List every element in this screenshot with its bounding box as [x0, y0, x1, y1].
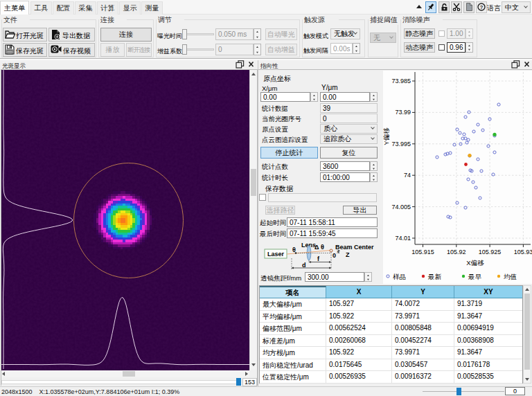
svg-text:Laser: Laser: [267, 251, 285, 258]
svg-text:105.93: 105.93: [514, 249, 532, 255]
svg-text:最新: 最新: [427, 273, 442, 280]
svg-text:73.99: 73.99: [395, 109, 411, 116]
svg-text:样品: 样品: [393, 273, 406, 280]
svg-text:73.995: 73.995: [391, 141, 411, 147]
svg-text:Y偏移: Y偏移: [383, 127, 390, 145]
svg-text:最早: 最早: [468, 273, 482, 280]
svg-text:74.01: 74.01: [395, 235, 411, 242]
svg-text:X: X: [337, 250, 339, 254]
svg-text:X偏移: X偏移: [466, 259, 484, 267]
svg-text:均值: 均值: [504, 273, 517, 280]
svg-text:0: 0: [332, 252, 336, 259]
svg-text:Δ θ: Δ θ: [314, 244, 324, 251]
svg-text:Z: Z: [346, 251, 350, 258]
svg-text:105.925: 105.925: [479, 249, 502, 255]
svg-text:f: f: [317, 255, 320, 262]
svg-text:105.915: 105.915: [411, 249, 434, 255]
svg-text:105.92: 105.92: [447, 249, 466, 255]
svg-text:74: 74: [404, 172, 411, 179]
svg-text:d: d: [302, 262, 306, 269]
svg-text:73.985: 73.985: [391, 78, 411, 84]
svg-text:?: ?: [480, 4, 484, 10]
svg-text:Beam Center: Beam Center: [335, 244, 374, 251]
svg-text:74.005: 74.005: [391, 204, 411, 210]
